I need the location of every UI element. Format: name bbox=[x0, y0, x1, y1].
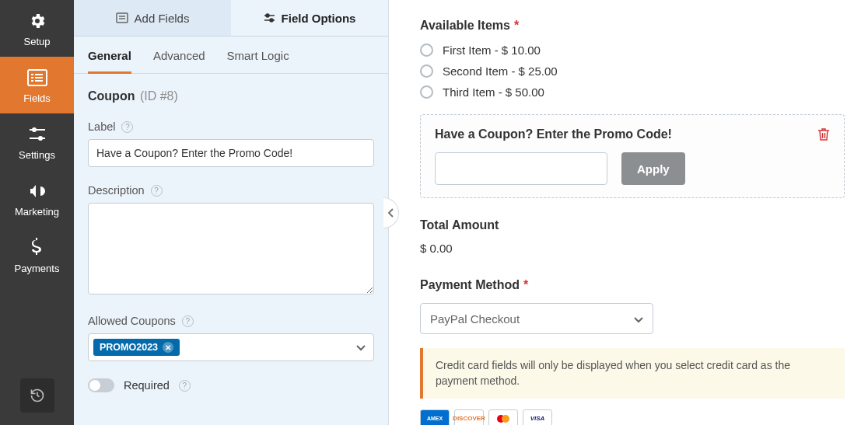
dollar-icon bbox=[27, 238, 47, 258]
svg-rect-1 bbox=[31, 74, 33, 75]
discover-card-icon: DISCOVER bbox=[454, 409, 484, 425]
coupon-tag: PROMO2023 ✕ bbox=[93, 339, 180, 356]
svg-rect-2 bbox=[35, 74, 43, 75]
list-icon bbox=[27, 68, 47, 88]
subtab-advanced[interactable]: Advanced bbox=[153, 49, 205, 73]
help-icon[interactable]: ? bbox=[151, 185, 163, 197]
select-value: PayPal Checkout bbox=[430, 312, 520, 326]
label-text: Label bbox=[88, 120, 115, 133]
description-input[interactable] bbox=[88, 203, 374, 294]
radio-icon[interactable] bbox=[420, 44, 433, 57]
trash-icon[interactable] bbox=[817, 127, 830, 145]
mastercard-icon bbox=[488, 409, 518, 425]
required-toggle[interactable] bbox=[88, 378, 114, 392]
field-label-row: Allowed Coupons ? bbox=[88, 315, 374, 327]
form-icon bbox=[116, 12, 128, 23]
svg-point-10 bbox=[38, 136, 43, 141]
available-items-label: Available Items * bbox=[420, 19, 845, 33]
nav-marketing[interactable]: Marketing bbox=[0, 170, 74, 227]
help-icon[interactable]: ? bbox=[179, 380, 191, 392]
radio-icon[interactable] bbox=[420, 64, 433, 78]
allowed-coupons-text: Allowed Coupons bbox=[88, 315, 176, 327]
label-input[interactable] bbox=[88, 139, 374, 167]
panel-tabs: Add Fields Field Options bbox=[74, 0, 388, 37]
section-name: Coupon bbox=[88, 89, 135, 103]
field-label-row: Description ? bbox=[88, 184, 374, 197]
subtab-smart-logic[interactable]: Smart Logic bbox=[227, 49, 289, 73]
description-group: Description ? bbox=[88, 184, 374, 298]
left-nav: Setup Fields Settings Marketing Payments bbox=[0, 0, 74, 425]
coupon-label: Have a Coupon? Enter the Promo Code! bbox=[435, 127, 830, 141]
section-title: Coupon (ID #8) bbox=[88, 89, 374, 103]
allowed-coupons-group: Allowed Coupons ? PROMO2023 ✕ bbox=[88, 315, 374, 361]
svg-point-17 bbox=[270, 19, 273, 22]
item-label: Third Item - $ 50.00 bbox=[443, 85, 544, 99]
card-icons: AMEX DISCOVER VISA bbox=[420, 409, 845, 425]
nav-fields[interactable]: Fields bbox=[0, 57, 74, 113]
required-asterisk: * bbox=[514, 19, 519, 33]
help-icon[interactable]: ? bbox=[121, 121, 133, 133]
chevron-down-icon bbox=[634, 312, 643, 326]
total-value: $ 0.00 bbox=[420, 242, 845, 255]
nav-payments[interactable]: Payments bbox=[0, 227, 74, 284]
credit-card-notice: Credit card fields will only be displaye… bbox=[420, 348, 845, 399]
panel-body: Coupon (ID #8) Label ? Description ? All… bbox=[74, 74, 388, 425]
visa-card-icon: VISA bbox=[523, 409, 552, 425]
svg-rect-5 bbox=[31, 80, 33, 82]
section-id: (ID #8) bbox=[140, 89, 178, 103]
required-row: Required ? bbox=[88, 378, 374, 392]
apply-button[interactable]: Apply bbox=[621, 152, 685, 185]
help-icon[interactable]: ? bbox=[182, 315, 194, 327]
allowed-coupons-select[interactable]: PROMO2023 ✕ bbox=[88, 333, 374, 361]
coupon-input[interactable] bbox=[435, 152, 607, 185]
tab-add-fields[interactable]: Add Fields bbox=[74, 0, 231, 36]
sub-tabs: General Advanced Smart Logic bbox=[74, 37, 388, 74]
total-section: Total Amount $ 0.00 bbox=[420, 218, 845, 255]
nav-label: Setup bbox=[24, 36, 51, 47]
total-label: Total Amount bbox=[420, 218, 845, 232]
coupon-field-preview[interactable]: Have a Coupon? Enter the Promo Code! App… bbox=[420, 114, 845, 198]
payment-method-section: Payment Method * PayPal Checkout Credit … bbox=[420, 278, 845, 425]
field-label-row: Label ? bbox=[88, 120, 374, 133]
tab-label: Field Options bbox=[282, 12, 356, 25]
item-option[interactable]: Third Item - $ 50.00 bbox=[420, 85, 845, 99]
form-preview: Available Items * First Item - $ 10.00 S… bbox=[389, 0, 868, 425]
label-group: Label ? bbox=[88, 120, 374, 167]
item-label: Second Item - $ 25.00 bbox=[443, 64, 558, 78]
tag-text: PROMO2023 bbox=[100, 342, 158, 353]
gear-icon bbox=[27, 11, 47, 31]
required-label: Required bbox=[124, 379, 170, 392]
required-asterisk: * bbox=[523, 278, 528, 292]
nav-setup[interactable]: Setup bbox=[0, 0, 74, 57]
payment-method-label: Payment Method * bbox=[420, 278, 845, 292]
history-button[interactable] bbox=[20, 378, 54, 413]
svg-rect-3 bbox=[31, 77, 33, 78]
remove-tag-icon[interactable]: ✕ bbox=[163, 342, 173, 353]
bullhorn-icon bbox=[27, 181, 47, 201]
svg-rect-11 bbox=[117, 13, 128, 23]
svg-point-8 bbox=[32, 127, 37, 132]
tab-field-options[interactable]: Field Options bbox=[231, 0, 388, 36]
svg-point-15 bbox=[266, 14, 269, 17]
sliders-icon bbox=[27, 124, 47, 145]
svg-rect-4 bbox=[35, 77, 43, 78]
nav-label: Fields bbox=[23, 92, 51, 104]
description-text: Description bbox=[88, 184, 145, 197]
nav-label: Payments bbox=[15, 263, 60, 274]
nav-label: Settings bbox=[19, 149, 55, 161]
svg-rect-6 bbox=[35, 80, 43, 82]
payment-method-select[interactable]: PayPal Checkout bbox=[420, 303, 653, 334]
subtab-general[interactable]: General bbox=[88, 49, 131, 74]
amex-card-icon: AMEX bbox=[420, 409, 450, 425]
item-option[interactable]: Second Item - $ 25.00 bbox=[420, 64, 845, 78]
chevron-down-icon bbox=[356, 340, 366, 354]
item-label: First Item - $ 10.00 bbox=[443, 44, 541, 57]
item-option[interactable]: First Item - $ 10.00 bbox=[420, 44, 845, 57]
nav-label: Marketing bbox=[15, 206, 59, 218]
coupon-row: Apply bbox=[435, 152, 830, 185]
radio-icon[interactable] bbox=[420, 85, 433, 99]
nav-settings[interactable]: Settings bbox=[0, 113, 74, 170]
field-options-panel: Add Fields Field Options General Advance… bbox=[74, 0, 389, 425]
tab-label: Add Fields bbox=[135, 12, 190, 25]
sliders-small-icon bbox=[264, 12, 275, 23]
